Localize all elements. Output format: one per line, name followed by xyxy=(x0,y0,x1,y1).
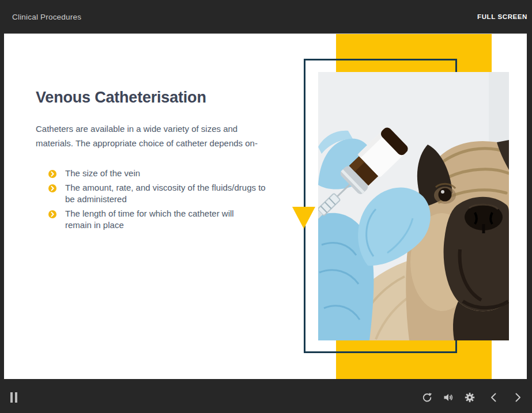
chevron-bullet-icon xyxy=(48,169,56,177)
yellow-triangle-pointer xyxy=(292,207,315,229)
replay-icon xyxy=(422,392,432,403)
previous-button[interactable] xyxy=(489,392,499,403)
chevron-right-icon xyxy=(512,392,523,403)
player-bar xyxy=(0,379,532,413)
pug-injection-photo xyxy=(318,72,509,340)
course-title: Clinical Procedures xyxy=(12,13,81,21)
course-player-window: Clinical Procedures FULL SCREEN xyxy=(0,0,532,413)
list-item: The length of time for which the cathete… xyxy=(36,208,284,231)
next-button[interactable] xyxy=(512,392,523,403)
list-item: The size of the vein xyxy=(36,168,284,179)
settings-button[interactable] xyxy=(465,392,475,403)
bullet-list: The size of the vein The amount, rate, a… xyxy=(36,168,284,231)
replay-button[interactable] xyxy=(422,392,432,403)
list-item: The amount, rate, and viscosity of the f… xyxy=(36,182,284,205)
chevron-bullet-icon xyxy=(48,210,56,218)
pause-icon xyxy=(10,392,13,403)
gear-icon xyxy=(465,392,475,403)
volume-button[interactable] xyxy=(443,392,454,403)
pause-button[interactable] xyxy=(9,392,19,403)
chevron-left-icon xyxy=(489,392,499,403)
bullet-text: The amount, rate, and viscosity of the f… xyxy=(65,183,266,204)
chevron-bullet-icon xyxy=(48,184,56,192)
slide-intro-text: Catheters are available in a wide variet… xyxy=(36,122,281,150)
fullscreen-button[interactable]: FULL SCREEN xyxy=(476,10,529,24)
top-bar: Clinical Procedures FULL SCREEN xyxy=(0,0,532,33)
slide-content: Venous Catheterisation Catheters are ava… xyxy=(36,88,284,234)
volume-icon xyxy=(443,392,454,403)
bullet-text: The length of time for which the cathete… xyxy=(65,209,234,230)
slide-title: Venous Catheterisation xyxy=(36,88,284,107)
bullet-text: The size of the vein xyxy=(65,168,140,178)
slide-canvas: Venous Catheterisation Catheters are ava… xyxy=(4,33,527,379)
